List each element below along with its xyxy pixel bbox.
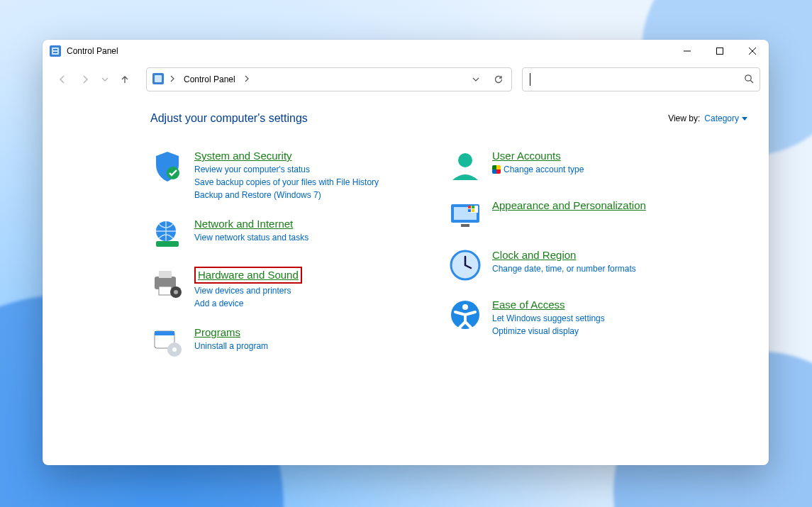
sublink[interactable]: Review your computer's status bbox=[194, 163, 379, 176]
page-title: Adjust your computer's settings bbox=[150, 112, 308, 125]
category-title[interactable]: Network and Internet bbox=[194, 217, 293, 231]
toolbar: Control Panel bbox=[43, 62, 769, 96]
text-cursor bbox=[530, 73, 530, 86]
accessibility-icon bbox=[448, 298, 482, 332]
back-button[interactable] bbox=[52, 69, 72, 89]
monitor-icon bbox=[448, 199, 482, 233]
svg-point-15 bbox=[174, 290, 178, 294]
address-bar[interactable]: Control Panel bbox=[146, 67, 512, 91]
category-programs: Programs Uninstall a program bbox=[150, 325, 406, 360]
recent-locations-button[interactable] bbox=[98, 69, 112, 89]
sublink[interactable]: Change date, time, or number formats bbox=[492, 262, 636, 275]
programs-icon bbox=[150, 325, 184, 360]
up-button[interactable] bbox=[115, 69, 135, 89]
minimize-button[interactable] bbox=[671, 40, 703, 62]
svg-rect-2 bbox=[53, 49, 57, 50]
category-title[interactable]: Programs bbox=[194, 325, 240, 340]
category-title[interactable]: System and Security bbox=[194, 149, 292, 163]
sublink[interactable]: View devices and printers bbox=[194, 284, 302, 297]
content-area: Adjust your computer's settings View by:… bbox=[43, 96, 769, 465]
svg-rect-1 bbox=[52, 48, 59, 55]
close-button[interactable] bbox=[736, 40, 769, 62]
viewby-dropdown[interactable]: Category bbox=[704, 113, 747, 123]
svg-rect-28 bbox=[461, 224, 469, 227]
svg-rect-27 bbox=[472, 209, 474, 212]
svg-rect-10 bbox=[156, 241, 179, 247]
window-title: Control Panel bbox=[67, 46, 118, 56]
sublink[interactable]: View network status and tasks bbox=[194, 231, 308, 244]
dropdown-icon bbox=[742, 117, 747, 121]
sublink[interactable]: Let Windows suggest settings bbox=[492, 312, 605, 325]
sublink[interactable]: Change account type bbox=[492, 163, 584, 176]
svg-rect-4 bbox=[717, 48, 723, 55]
svg-point-20 bbox=[458, 153, 472, 167]
titlebar[interactable]: Control Panel bbox=[43, 40, 769, 62]
sublink[interactable]: Backup and Restore (Windows 7) bbox=[194, 189, 379, 201]
category-title[interactable]: User Accounts bbox=[492, 149, 561, 163]
control-panel-icon bbox=[152, 73, 164, 87]
sublink[interactable]: Optimize visual display bbox=[492, 325, 605, 338]
svg-rect-17 bbox=[155, 331, 174, 335]
category-title[interactable]: Clock and Region bbox=[492, 248, 576, 262]
category-title[interactable]: Appearance and Personalization bbox=[492, 199, 646, 213]
category-ease-of-access: Ease of Access Let Windows suggest setti… bbox=[448, 298, 703, 338]
category-clock-and-region: Clock and Region Change date, time, or n… bbox=[448, 248, 703, 282]
viewby-value: Category bbox=[704, 113, 739, 123]
person-icon bbox=[448, 149, 482, 183]
category-title-highlighted[interactable]: Hardware and Sound bbox=[194, 267, 302, 284]
category-appearance-and-personalization: Appearance and Personalization bbox=[448, 199, 703, 233]
chevron-right-icon[interactable] bbox=[244, 74, 250, 84]
address-history-button[interactable] bbox=[467, 71, 484, 88]
search-icon bbox=[744, 74, 754, 86]
category-hardware-and-sound: Hardware and Sound View devices and prin… bbox=[150, 267, 406, 310]
svg-rect-12 bbox=[159, 271, 172, 278]
control-panel-icon bbox=[50, 45, 61, 57]
svg-rect-13 bbox=[159, 286, 172, 295]
chevron-right-icon[interactable] bbox=[169, 74, 175, 84]
sublink[interactable]: Add a device bbox=[194, 297, 302, 310]
control-panel-window: Control Panel Control Panel bbox=[43, 40, 769, 465]
svg-rect-25 bbox=[472, 206, 474, 208]
viewby-label: View by: bbox=[668, 113, 700, 123]
shield-icon bbox=[150, 149, 184, 183]
search-input[interactable] bbox=[522, 67, 760, 91]
svg-rect-26 bbox=[468, 209, 471, 212]
sublink[interactable]: Save backup copies of your files with Fi… bbox=[194, 176, 379, 189]
printer-icon bbox=[150, 267, 184, 301]
maximize-button[interactable] bbox=[703, 40, 736, 62]
refresh-button[interactable] bbox=[490, 71, 507, 88]
clock-icon bbox=[448, 248, 482, 282]
svg-point-7 bbox=[745, 74, 751, 80]
svg-rect-24 bbox=[468, 206, 471, 208]
globe-icon bbox=[150, 217, 184, 251]
sublink[interactable]: Uninstall a program bbox=[194, 340, 268, 352]
svg-point-19 bbox=[172, 347, 177, 352]
category-column-left: System and Security Review your computer… bbox=[150, 149, 406, 375]
svg-rect-3 bbox=[53, 52, 57, 53]
breadcrumb-control-panel[interactable]: Control Panel bbox=[181, 73, 238, 86]
svg-rect-6 bbox=[155, 75, 162, 82]
forward-button[interactable] bbox=[75, 69, 95, 89]
svg-point-32 bbox=[462, 304, 468, 310]
category-system-and-security: System and Security Review your computer… bbox=[150, 149, 406, 201]
category-network-and-internet: Network and Internet View network status… bbox=[150, 217, 406, 251]
category-column-right: User Accounts Change account type Appear… bbox=[448, 149, 703, 375]
category-user-accounts: User Accounts Change account type bbox=[448, 149, 703, 183]
category-title[interactable]: Ease of Access bbox=[492, 298, 565, 312]
